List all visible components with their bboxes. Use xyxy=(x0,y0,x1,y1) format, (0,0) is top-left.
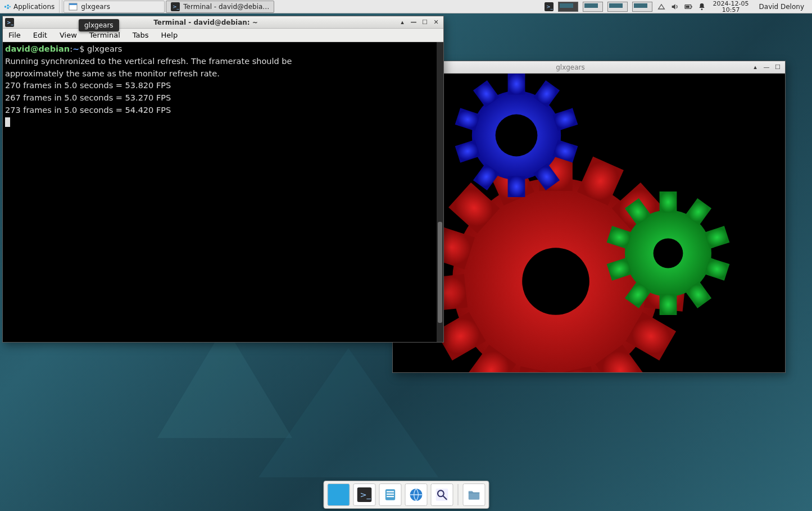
maximize-button[interactable]: ☐ xyxy=(774,63,782,71)
terminal-icon: >_ xyxy=(5,18,14,27)
close-button[interactable]: ✕ xyxy=(432,19,440,26)
terminal-output-line: 273 frames in 5.0 seconds = 54.420 FPS xyxy=(5,104,441,117)
glxgears-window[interactable]: glxgears ▴ — ☐ xyxy=(392,61,786,373)
prompt-user: david xyxy=(5,44,30,53)
glxgears-title: glxgears xyxy=(393,63,748,71)
menu-help[interactable]: Help xyxy=(156,30,184,40)
taskbar-tooltip: glxgears xyxy=(79,19,119,31)
bottom-dock: >_ xyxy=(323,481,489,509)
folder-icon xyxy=(466,487,481,502)
applications-label: Applications xyxy=(13,3,55,11)
svg-point-0 xyxy=(4,6,7,8)
dock-web-browser[interactable] xyxy=(405,483,427,506)
battery-icon[interactable] xyxy=(684,2,693,11)
workspace-4-button[interactable] xyxy=(632,2,652,12)
svg-point-1 xyxy=(7,4,9,6)
clock-time: 10:57 xyxy=(713,7,749,13)
menu-view[interactable]: View xyxy=(54,30,83,40)
workspace-3-button[interactable] xyxy=(607,2,628,12)
terminal-line: david@debian:~$ glxgears xyxy=(5,43,441,56)
taskbar-button-glxgears[interactable]: glxgears xyxy=(63,1,165,13)
terminal-tray-icon[interactable]: >_ xyxy=(545,2,554,11)
system-tray: >_ 2024-12-05 10:57 David Delony xyxy=(540,0,812,13)
svg-rect-30 xyxy=(387,494,394,495)
dock-terminal[interactable]: >_ xyxy=(353,483,375,506)
terminal-cursor-line xyxy=(5,117,441,129)
minimize-button[interactable]: — xyxy=(763,63,770,71)
command-text: glxgears xyxy=(87,44,122,53)
workspace-1-button[interactable] xyxy=(558,2,578,12)
terminal-icon: >_ xyxy=(357,487,371,502)
green-gear-icon xyxy=(606,191,730,315)
terminal-output-line: 267 frames in 5.0 seconds = 53.270 FPS xyxy=(5,92,441,104)
svg-point-22 xyxy=(654,239,683,268)
clock[interactable]: 2024-12-05 10:57 xyxy=(711,1,751,13)
desktop-icon xyxy=(331,487,346,502)
svg-text:>_: >_ xyxy=(360,490,371,499)
svg-rect-5 xyxy=(69,3,77,5)
blue-gear-icon xyxy=(455,74,578,197)
top-panel: Applications glxgears >_ Terminal - davi… xyxy=(0,0,812,13)
svg-point-13 xyxy=(701,8,702,10)
applications-menu-button[interactable]: Applications xyxy=(0,0,58,13)
panel-separator xyxy=(59,0,62,13)
svg-rect-18 xyxy=(508,74,525,94)
svg-point-16 xyxy=(522,248,589,315)
notifications-icon[interactable] xyxy=(697,2,706,11)
xfce-logo-icon xyxy=(3,3,11,11)
terminal-output-line: approximately the same as the monitor re… xyxy=(5,68,441,80)
taskbar-label: glxgears xyxy=(81,3,110,11)
terminal-body[interactable]: david@debian:~$ glxgears Running synchro… xyxy=(3,42,443,342)
network-icon[interactable] xyxy=(657,2,666,11)
globe-icon xyxy=(409,487,423,502)
dock-separator xyxy=(457,484,458,505)
svg-rect-12 xyxy=(686,6,689,8)
volume-icon[interactable] xyxy=(670,2,679,11)
dock-app-finder[interactable] xyxy=(430,483,453,506)
glxgears-titlebar[interactable]: glxgears ▴ — ☐ xyxy=(393,61,785,74)
taskbar-label: Terminal - david@debia… xyxy=(183,3,269,11)
prompt-host: debian xyxy=(38,44,70,53)
glxgears-canvas xyxy=(393,74,785,372)
terminal-icon: >_ xyxy=(171,2,180,11)
terminal-output-line: 270 frames in 5.0 seconds = 53.820 FPS xyxy=(5,80,441,92)
terminal-window[interactable]: >_ Terminal - david@debian: ~ ▴ — ☐ ✕ Fi… xyxy=(2,16,444,343)
svg-point-3 xyxy=(10,6,11,7)
menu-edit[interactable]: Edit xyxy=(28,30,53,40)
clock-date: 2024-12-05 xyxy=(713,1,749,7)
dock-show-desktop[interactable] xyxy=(327,483,350,506)
rollup-button[interactable]: ▴ xyxy=(751,63,759,71)
user-menu-button[interactable]: David Delony xyxy=(756,3,808,11)
maximize-button[interactable]: ☐ xyxy=(421,19,429,26)
prompt-path: ~ xyxy=(72,44,79,53)
svg-rect-11 xyxy=(691,6,692,7)
minimize-button[interactable]: — xyxy=(410,19,418,26)
svg-rect-31 xyxy=(387,496,394,497)
workspace-2-button[interactable] xyxy=(583,2,603,12)
svg-rect-29 xyxy=(387,491,394,492)
window-icon xyxy=(69,2,78,11)
svg-point-19 xyxy=(496,115,538,157)
terminal-menubar: File Edit View Terminal Tabs Help xyxy=(3,29,443,42)
terminal-output-line: Running synchronized to the vertical ref… xyxy=(5,56,441,68)
dock-file-manager[interactable] xyxy=(379,483,401,506)
svg-rect-21 xyxy=(660,191,677,212)
cursor-icon xyxy=(5,117,10,127)
svg-text:>_: >_ xyxy=(173,4,180,10)
rollup-button[interactable]: ▴ xyxy=(398,19,406,26)
svg-text:>_: >_ xyxy=(7,20,14,25)
svg-text:>_: >_ xyxy=(546,4,554,10)
dock-home-folder[interactable] xyxy=(462,483,485,506)
terminal-title: Terminal - david@debian: ~ xyxy=(16,19,395,26)
taskbar-button-terminal[interactable]: >_ Terminal - david@debia… xyxy=(166,1,274,13)
svg-point-2 xyxy=(7,7,9,8)
terminal-titlebar[interactable]: >_ Terminal - david@debian: ~ ▴ — ☐ ✕ xyxy=(3,16,443,29)
files-icon xyxy=(383,487,397,502)
terminal-scrollbar[interactable] xyxy=(437,42,443,342)
svg-rect-25 xyxy=(331,487,346,502)
menu-tabs[interactable]: Tabs xyxy=(127,30,155,40)
search-icon xyxy=(434,487,449,502)
menu-file[interactable]: File xyxy=(3,30,26,40)
